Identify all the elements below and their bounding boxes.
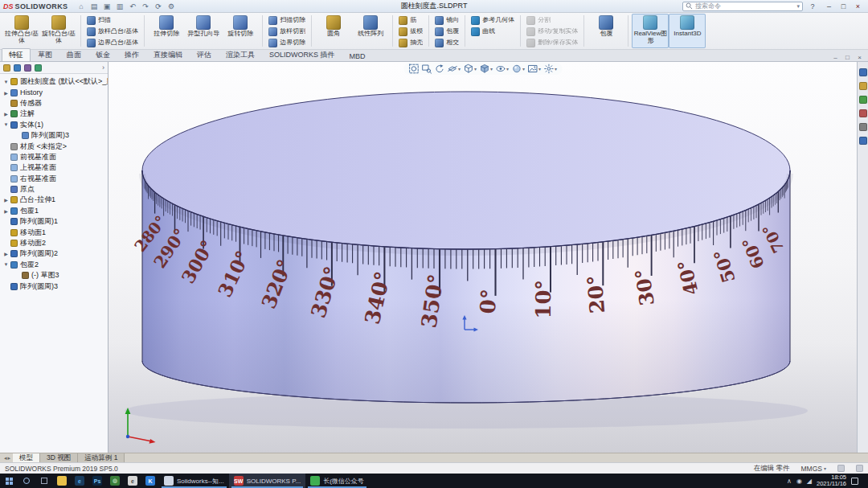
edit-appearance-button[interactable]: ▾: [511, 64, 525, 74]
command-tab[interactable]: MBD: [342, 51, 373, 61]
quick-tip-icon[interactable]: [856, 465, 863, 472]
dimxpert-tab-icon[interactable]: [35, 64, 42, 72]
document-tab[interactable]: 3D 视图: [40, 453, 78, 462]
expander-icon[interactable]: ▼: [2, 80, 10, 84]
view-palette-tab-icon[interactable]: [859, 109, 867, 117]
command-search-input[interactable]: 搜索命令 ▾: [682, 2, 803, 11]
tree-item[interactable]: 右视基准面: [2, 174, 108, 184]
expander-icon[interactable]: ▶: [2, 111, 10, 117]
zoom-fit-button[interactable]: [408, 64, 419, 74]
tree-item[interactable]: 阵列(圆周)3: [2, 281, 108, 291]
action-center-icon[interactable]: [851, 478, 858, 485]
dropdown-caret-icon[interactable]: ▾: [506, 66, 509, 72]
graphics-viewport[interactable]: 280°290°300°310°320°330°340°350°0°10°20°…: [108, 62, 857, 453]
tree-item[interactable]: ▶阵列(圆周)2: [2, 248, 108, 259]
section-view-button[interactable]: ▾: [447, 64, 461, 74]
feature-tree-root[interactable]: ▼圆柱刻度盘 (默认<<默认>_显示状态 1: [2, 76, 108, 87]
instant3d-button[interactable]: Instant3D: [669, 14, 706, 48]
boundary-boss-button[interactable]: 边界凸台/基体: [84, 37, 141, 48]
hide-show-button[interactable]: ▾: [495, 64, 509, 74]
wrap-button[interactable]: 包覆: [432, 26, 461, 37]
tag-icon[interactable]: [837, 465, 845, 472]
view-settings-button[interactable]: ▾: [543, 64, 557, 74]
lofted-boss-button[interactable]: 放样凸台/基体: [84, 26, 141, 37]
taskbar-clock[interactable]: 18:05 2021/11/16: [817, 474, 846, 487]
tree-item[interactable]: 前视基准面: [2, 152, 108, 162]
linear-pattern-button[interactable]: 线性阵列: [352, 14, 389, 48]
scene-button[interactable]: ▾: [527, 64, 541, 74]
command-tab[interactable]: 特征: [2, 48, 31, 61]
browser-button[interactable]: ◍: [106, 474, 124, 488]
dropdown-caret-icon[interactable]: ▾: [490, 66, 493, 72]
swept-boss-button[interactable]: 扫描: [84, 14, 113, 26]
rib-button[interactable]: 筋: [396, 14, 419, 26]
tree-item[interactable]: 原点: [2, 184, 108, 195]
tree-item[interactable]: ▼包覆2: [2, 260, 108, 270]
dropdown-caret-icon[interactable]: ▾: [522, 66, 525, 72]
tree-item[interactable]: (-) 草图3: [2, 270, 108, 281]
doc-minimize-button[interactable]: –: [830, 54, 841, 61]
edge-browser-button[interactable]: e: [71, 474, 88, 488]
tree-item[interactable]: ▼实体(1): [2, 120, 108, 130]
wrap-large-button[interactable]: 包覆: [588, 14, 624, 48]
doc-tab-back-icon[interactable]: ◂: [4, 455, 7, 461]
maximize-button[interactable]: □: [837, 1, 850, 11]
help-button[interactable]: ?: [808, 2, 817, 10]
expander-icon[interactable]: ▼: [2, 122, 10, 127]
expander-icon[interactable]: ▶: [2, 208, 10, 214]
doc-tab-forward-icon[interactable]: ▸: [8, 455, 11, 461]
command-tab[interactable]: 钣金: [88, 48, 117, 61]
command-tab[interactable]: 渲染工具: [219, 48, 262, 61]
lofted-cut-button[interactable]: 放样切割: [266, 26, 308, 37]
expander-icon[interactable]: ▼: [2, 262, 10, 267]
doc-close-button[interactable]: ×: [854, 54, 865, 61]
dropdown-caret-icon[interactable]: ▾: [538, 66, 541, 72]
design-library-tab-icon[interactable]: [859, 82, 867, 90]
resources-tab-icon[interactable]: [859, 68, 867, 76]
tree-item[interactable]: 阵列(圆周)1: [2, 216, 108, 227]
open-icon[interactable]: ▤: [89, 2, 100, 11]
window-wechat[interactable]: 长(微信公众号: [305, 474, 369, 488]
unit-system-selector[interactable]: MMGS ▾: [801, 465, 826, 473]
view-orientation-button[interactable]: ▾: [463, 64, 477, 74]
tree-item[interactable]: 传感器: [2, 98, 108, 109]
undo-icon[interactable]: ↶: [128, 2, 138, 11]
reference-geometry-button[interactable]: 参考几何体: [469, 14, 517, 26]
expander-icon[interactable]: ▶: [2, 197, 10, 203]
draft-button[interactable]: 拔模: [396, 26, 425, 37]
curves-button[interactable]: 曲线: [469, 26, 497, 37]
command-tab[interactable]: SOLIDWORKS 插件: [262, 48, 342, 61]
display-style-button[interactable]: ▾: [479, 64, 493, 74]
save-icon[interactable]: ▣: [102, 2, 113, 11]
tree-item[interactable]: 移动面1: [2, 227, 108, 237]
task-view-button[interactable]: [35, 474, 53, 488]
tree-item[interactable]: 材质 <未指定>: [2, 141, 108, 151]
tree-item[interactable]: ▶包覆1: [2, 206, 108, 216]
tree-item[interactable]: 移动面2: [2, 238, 108, 248]
file-explorer-button[interactable]: [53, 474, 71, 488]
photoshop-button[interactable]: Ps: [88, 474, 106, 488]
network-icon[interactable]: ◢: [807, 478, 812, 485]
expander-icon[interactable]: ▶: [2, 90, 10, 96]
command-tab[interactable]: 草图: [31, 48, 59, 61]
window-solidworks-zhihu[interactable]: Soiidworks--知...: [159, 474, 229, 488]
expander-icon[interactable]: ▶: [2, 251, 10, 256]
print-icon[interactable]: ▥: [115, 2, 125, 11]
propertymanager-tab-icon[interactable]: [14, 64, 21, 72]
volume-icon[interactable]: ◉: [796, 478, 802, 485]
command-tab[interactable]: 评估: [190, 48, 219, 61]
panel-expand-chevron-icon[interactable]: ›: [102, 64, 104, 72]
tree-item[interactable]: ▶History: [2, 87, 108, 97]
file-explorer-tab-icon[interactable]: [859, 96, 867, 104]
document-tab[interactable]: 模型: [13, 453, 40, 462]
configurationmanager-tab-icon[interactable]: [24, 64, 31, 72]
document-tab[interactable]: 运动算例 1: [78, 453, 125, 462]
tray-expand-icon[interactable]: ∧: [787, 478, 792, 485]
dropdown-caret-icon[interactable]: ▾: [458, 66, 461, 72]
home-icon[interactable]: ⌂: [76, 2, 87, 11]
search-scope-caret-icon[interactable]: ▾: [796, 3, 800, 10]
window-solidworks-app[interactable]: SWSOLIDWORKS P...: [229, 474, 305, 488]
minimize-button[interactable]: –: [822, 1, 836, 11]
revolved-cut-button[interactable]: 旋转切除: [222, 14, 259, 48]
options-icon[interactable]: ⚙: [166, 2, 177, 11]
